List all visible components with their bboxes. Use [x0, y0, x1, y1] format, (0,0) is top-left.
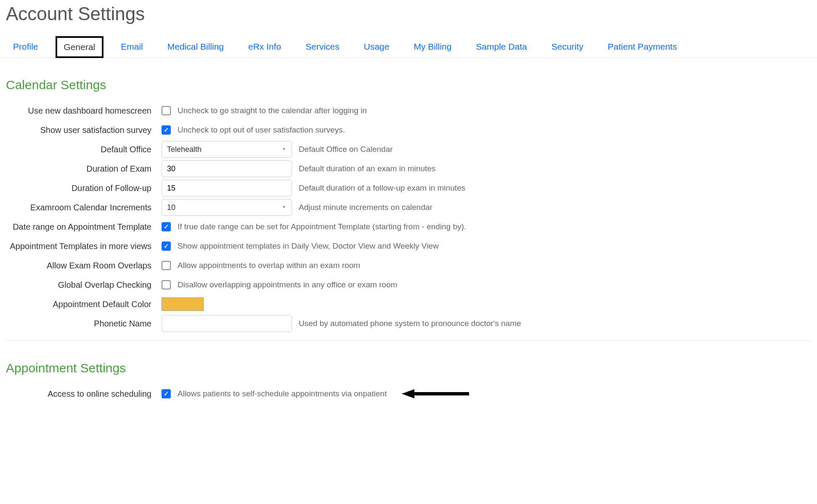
tab-medical-billing[interactable]: Medical Billing — [160, 36, 231, 57]
checkbox-templates-more-views[interactable] — [162, 241, 171, 251]
input-duration-exam[interactable] — [162, 160, 292, 177]
row-satisfaction-survey: Show user satisfaction survey Uncheck to… — [6, 121, 811, 139]
tabs-nav: Profile General Email Medical Billing eR… — [0, 36, 817, 58]
input-phonetic-name[interactable] — [162, 315, 292, 332]
label-online-scheduling: Access to online scheduling — [6, 389, 162, 399]
input-duration-followup[interactable] — [162, 180, 292, 196]
hint-duration-followup: Default duration of a follow-up exam in … — [299, 183, 465, 193]
svg-marker-1 — [402, 389, 414, 398]
label-templates-more-views: Appointment Templates in more views — [6, 241, 162, 251]
tab-email[interactable]: Email — [114, 36, 150, 57]
label-duration-followup: Duration of Follow-up — [6, 183, 162, 193]
hint-date-range-template: If true date range can be set for Appoin… — [178, 222, 466, 231]
tab-patient-payments[interactable]: Patient Payments — [601, 36, 684, 57]
tab-general[interactable]: General — [56, 36, 104, 58]
label-examroom-increments: Examroom Calendar Increments — [6, 203, 162, 212]
row-use-new-dashboard: Use new dashboard homescreen Uncheck to … — [6, 101, 811, 120]
label-default-office: Default Office — [6, 145, 162, 154]
checkbox-online-scheduling[interactable] — [162, 389, 171, 398]
tab-profile[interactable]: Profile — [6, 36, 45, 57]
label-satisfaction-survey: Show user satisfaction survey — [6, 125, 162, 135]
hint-templates-more-views: Show appointment templates in Daily View… — [178, 241, 439, 251]
row-default-office: Default Office Telehealth Default Office… — [6, 140, 811, 159]
tab-usage[interactable]: Usage — [357, 36, 397, 57]
hint-duration-exam: Default duration of an exam in minutes — [299, 164, 435, 173]
checkbox-global-overlap[interactable] — [162, 280, 171, 289]
row-default-color: Appointment Default Color — [6, 295, 811, 313]
label-allow-overlaps: Allow Exam Room Overlaps — [6, 261, 162, 271]
row-global-overlap: Global Overlap Checking Disallow overlap… — [6, 276, 811, 294]
section-title-appointment-settings: Appointment Settings — [0, 341, 817, 385]
select-examroom-increments[interactable]: 10 — [162, 199, 292, 216]
checkbox-use-new-dashboard[interactable] — [162, 106, 171, 115]
hint-examroom-increments: Adjust minute increments on calendar — [299, 203, 432, 212]
row-duration-exam: Duration of Exam Default duration of an … — [6, 159, 811, 178]
row-templates-more-views: Appointment Templates in more views Show… — [6, 237, 811, 255]
row-examroom-increments: Examroom Calendar Increments 10 Adjust m… — [6, 198, 811, 217]
hint-allow-overlaps: Allow appointments to overlap within an … — [178, 261, 360, 270]
label-phonetic-name: Phonetic Name — [6, 319, 162, 329]
row-online-scheduling: Access to online scheduling Allows patie… — [6, 385, 811, 403]
arrow-left-icon — [402, 387, 469, 400]
tab-services[interactable]: Services — [298, 36, 347, 57]
row-allow-overlaps: Allow Exam Room Overlaps Allow appointme… — [6, 256, 811, 275]
calendar-settings-block: Use new dashboard homescreen Uncheck to … — [0, 101, 817, 333]
label-global-overlap: Global Overlap Checking — [6, 280, 162, 290]
checkbox-satisfaction-survey[interactable] — [162, 125, 171, 135]
color-picker-default-color[interactable] — [162, 297, 204, 311]
label-default-color: Appointment Default Color — [6, 300, 162, 309]
page-title: Account Settings — [0, 0, 817, 36]
hint-satisfaction-survey: Uncheck to opt out of user satisfaction … — [178, 125, 345, 135]
hint-phonetic-name: Used by automated phone system to pronou… — [299, 319, 521, 328]
section-title-calendar-settings: Calendar Settings — [0, 58, 817, 101]
appointment-settings-block: Access to online scheduling Allows patie… — [0, 385, 817, 403]
label-duration-exam: Duration of Exam — [6, 164, 162, 174]
hint-use-new-dashboard: Uncheck to go straight to the calendar a… — [178, 106, 367, 115]
tab-my-billing[interactable]: My Billing — [406, 36, 459, 57]
tab-erx-info[interactable]: eRx Info — [241, 36, 288, 57]
row-phonetic-name: Phonetic Name Used by automated phone sy… — [6, 314, 811, 333]
row-date-range-template: Date range on Appointment Template If tr… — [6, 218, 811, 236]
hint-default-office: Default Office on Calendar — [299, 145, 393, 154]
row-duration-followup: Duration of Follow-up Default duration o… — [6, 179, 811, 197]
label-date-range-template: Date range on Appointment Template — [6, 222, 162, 232]
checkbox-date-range-template[interactable] — [162, 222, 171, 231]
hint-online-scheduling: Allows patients to self-schedule appoint… — [178, 389, 387, 398]
select-default-office[interactable]: Telehealth — [162, 141, 292, 158]
tab-sample-data[interactable]: Sample Data — [469, 36, 534, 57]
tab-security[interactable]: Security — [544, 36, 591, 57]
checkbox-allow-overlaps[interactable] — [162, 261, 171, 270]
hint-global-overlap: Disallow overlapping appointments in any… — [178, 280, 397, 289]
label-use-new-dashboard: Use new dashboard homescreen — [6, 106, 162, 116]
